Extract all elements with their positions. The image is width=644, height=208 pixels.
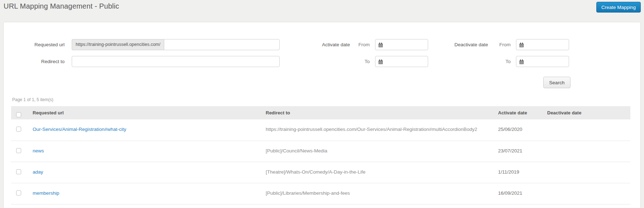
search-filters: Requested url https://training-pointruss… (4, 22, 640, 105)
activate-from-label: From (348, 39, 370, 50)
activate-to-field (375, 56, 428, 67)
redirect-to-text: [Public]/Council/News-Media (266, 148, 327, 153)
table-row: Our-Services/Animal-Registration#what-ci… (11, 119, 630, 141)
redirect-to-input[interactable] (72, 56, 280, 67)
deactivate-from-label: From (489, 39, 511, 50)
redirect-to-text: https://training-pointrussell.opencities… (266, 127, 477, 132)
search-button[interactable]: Search (543, 77, 570, 88)
table-header-row: Requested url Redirect to Activate date … (11, 106, 630, 119)
deactivate-from-field (516, 39, 569, 50)
requested-url-group: https://training-pointrussell.opencities… (72, 39, 280, 50)
row-checkbox[interactable] (16, 190, 21, 195)
activate-date-text: 25/06/2020 (498, 127, 522, 132)
column-header-activate-date: Activate date (493, 106, 542, 119)
requested-url-label: Requested url (11, 39, 65, 50)
page-title: URL Mapping Management - Public (4, 2, 119, 10)
activate-date-label: Activate date (287, 39, 350, 50)
redirect-to-text: [Public]/Libraries/Membership-and-fees (266, 190, 350, 196)
results-table-body: Our-Services/Animal-Registration#what-ci… (11, 119, 630, 204)
activate-to-input[interactable] (375, 56, 428, 67)
deactivate-to-label: To (489, 56, 511, 67)
requested-url-link[interactable]: membership (33, 190, 59, 196)
row-checkbox[interactable] (16, 127, 21, 132)
activate-to-label: To (348, 56, 370, 67)
requested-url-link[interactable]: aday (33, 169, 43, 175)
table-row: news[Public]/Council/News-Media23/07/202… (11, 141, 630, 162)
select-all-checkbox[interactable] (16, 112, 21, 117)
activate-from-input[interactable] (375, 39, 428, 50)
deactivate-to-field (516, 56, 569, 67)
content-panel: Requested url https://training-pointruss… (3, 22, 641, 208)
redirect-to-text: [Theatre]/Whats-On/Comedy/A-Day-in-the-L… (266, 169, 365, 175)
activate-date-text: 23/07/2021 (498, 148, 522, 153)
row-checkbox[interactable] (16, 148, 21, 153)
deactivate-to-input[interactable] (516, 56, 569, 67)
pagination-summary: Page 1 of 1, 5 item(s) (12, 97, 53, 102)
table-row: membership[Public]/Libraries/Membership-… (11, 183, 630, 204)
activate-from-field (375, 39, 428, 50)
column-header-requested-url: Requested url (27, 106, 260, 119)
create-mapping-button[interactable]: Create Mapping (596, 2, 641, 13)
results-table: Requested url Redirect to Activate date … (11, 106, 630, 204)
requested-url-link[interactable]: Our-Services/Animal-Registration#what-ci… (33, 127, 126, 132)
deactivate-date-label: Deactivate date (425, 39, 488, 50)
row-checkbox[interactable] (16, 169, 21, 174)
activate-date-text: 16/09/2021 (498, 190, 522, 196)
top-bar: URL Mapping Management - Public Create M… (0, 0, 644, 22)
requested-url-link[interactable]: news (33, 148, 44, 153)
activate-date-text: 1/11/2019 (498, 169, 519, 175)
column-header-redirect-to: Redirect to (260, 106, 493, 119)
table-row: aday[Theatre]/Whats-On/Comedy/A-Day-in-t… (11, 162, 630, 183)
redirect-to-label: Redirect to (11, 56, 65, 67)
column-header-deactivate-date: Deactivate date (542, 106, 630, 119)
requested-url-prefix: https://training-pointrussell.opencities… (72, 39, 164, 50)
deactivate-from-input[interactable] (516, 39, 569, 50)
requested-url-input[interactable] (164, 39, 280, 50)
